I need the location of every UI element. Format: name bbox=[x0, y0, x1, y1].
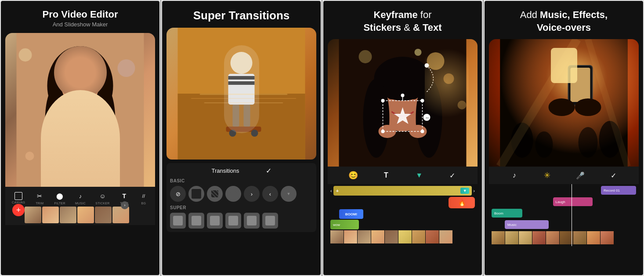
svg-point-1 bbox=[47, 46, 113, 125]
at-thumb-5 bbox=[546, 231, 559, 244]
sticker-emoji-tool[interactable]: 😊 bbox=[347, 169, 359, 182]
timeline-right-arrow[interactable]: › bbox=[473, 188, 475, 193]
trans-icon-1[interactable] bbox=[188, 186, 204, 202]
svg-point-61 bbox=[579, 127, 598, 158]
transitions-title: Transitions bbox=[211, 167, 239, 174]
thumb-4[interactable] bbox=[77, 207, 94, 223]
thumb-6[interactable] bbox=[112, 207, 129, 223]
svg-point-37 bbox=[363, 79, 390, 158]
super-icon-3[interactable] bbox=[207, 213, 223, 229]
timeline-row-main: ‹ + ▼ › bbox=[330, 186, 475, 196]
svg-text:↔: ↔ bbox=[425, 115, 430, 120]
svg-point-7 bbox=[45, 86, 67, 156]
super-transitions-row bbox=[170, 213, 313, 229]
bg-icon: // bbox=[139, 191, 148, 201]
at-thumb-4 bbox=[532, 231, 546, 244]
section-super-label: SUPER bbox=[170, 205, 313, 210]
svg-point-8 bbox=[94, 86, 116, 156]
audio-music-label: Music bbox=[507, 223, 517, 227]
thumb-3[interactable] bbox=[60, 207, 76, 223]
svg-point-29 bbox=[359, 50, 372, 63]
svg-point-49 bbox=[425, 63, 429, 68]
panel3-title-and: & bbox=[404, 22, 413, 33]
toolbar-sticker[interactable]: ☺ STICKER bbox=[95, 191, 109, 205]
panel3-phone-frame: ↔ 😊 T ▼ ✓ ‹ + ▼ › bbox=[328, 39, 478, 271]
super-icon-1[interactable] bbox=[170, 213, 186, 229]
audio-tracks-area: Record 01 Laugh Boom Music bbox=[489, 184, 639, 246]
svg-point-9 bbox=[19, 48, 32, 62]
sticker-label: STICKER bbox=[95, 202, 109, 205]
transitions-check[interactable]: ✓ bbox=[266, 167, 271, 175]
timeline-wow-bar: wow bbox=[330, 220, 359, 229]
add-button[interactable]: + bbox=[12, 204, 25, 216]
toolbar-bg[interactable]: // BG bbox=[139, 191, 148, 205]
music-mic-tool[interactable]: 🎤 bbox=[574, 169, 586, 182]
at-thumb-6 bbox=[560, 231, 573, 244]
thumb-2[interactable] bbox=[42, 207, 59, 223]
music-effects-tool[interactable]: ✳ bbox=[541, 169, 554, 182]
trans-icon-2[interactable] bbox=[207, 186, 223, 202]
separator-2 bbox=[322, 0, 322, 276]
sticker-check-tool[interactable]: ✓ bbox=[446, 169, 458, 182]
super-icon-6[interactable] bbox=[262, 213, 278, 229]
timeline-left-arrow[interactable]: ‹ bbox=[330, 188, 332, 193]
toolbar-filter[interactable]: ⬤ FILTER bbox=[54, 191, 65, 205]
music-check-tool[interactable]: ✓ bbox=[607, 169, 619, 182]
audio-laugh-bar: Laugh bbox=[553, 197, 593, 206]
thumb-1[interactable] bbox=[25, 207, 41, 223]
sticker-text-tool[interactable]: T bbox=[380, 169, 392, 182]
trim-label: TRIM bbox=[36, 202, 43, 205]
thumb-5[interactable] bbox=[95, 207, 112, 223]
panel4-phone-frame: ♪ ✳ 🎤 ✓ Record 01 Laugh Boom bbox=[489, 39, 639, 271]
audio-record-label: Record 01 bbox=[604, 189, 620, 192]
super-icon-4[interactable] bbox=[225, 213, 241, 229]
svg-point-27 bbox=[427, 52, 445, 70]
svg-rect-15 bbox=[228, 74, 255, 105]
panel1-woman-svg bbox=[5, 33, 155, 187]
tl-thumb-9 bbox=[439, 230, 452, 243]
trans-icon-3[interactable] bbox=[225, 186, 241, 202]
tl-thumb-7 bbox=[412, 230, 425, 243]
sticker-dropdown-tool[interactable]: ▼ bbox=[413, 169, 425, 182]
filter-icon: ⬤ bbox=[55, 191, 65, 201]
svg-point-31 bbox=[458, 101, 467, 109]
music-note-tool[interactable]: ♪ bbox=[508, 169, 521, 182]
panel3-title-block: Keyframe for Stickers & & Text bbox=[363, 9, 441, 34]
svg-point-2 bbox=[56, 75, 105, 132]
super-icon-5[interactable] bbox=[244, 213, 260, 229]
trans-icon-4[interactable]: › bbox=[244, 186, 260, 202]
at-thumb-3 bbox=[519, 231, 532, 244]
trans-icon-none[interactable]: ⊘ bbox=[170, 186, 186, 202]
toolbar-canvas[interactable]: CANVAS bbox=[12, 192, 25, 204]
svg-point-50 bbox=[423, 114, 431, 121]
audio-record-bar: Record 01 bbox=[601, 186, 636, 195]
super-icon-2[interactable] bbox=[188, 213, 204, 229]
tl-thumb-8 bbox=[426, 230, 439, 243]
basic-transitions-row: ⊘ › ‹ ▼ bbox=[170, 186, 313, 202]
at-thumb-7 bbox=[573, 231, 586, 244]
svg-rect-17 bbox=[228, 81, 255, 85]
trans-icon-5[interactable]: ‹ bbox=[262, 186, 278, 202]
timeline-thumbnail-strip bbox=[330, 230, 475, 243]
panel3-title-for: for bbox=[420, 9, 432, 20]
svg-point-11 bbox=[25, 152, 34, 160]
svg-rect-25 bbox=[204, 102, 283, 103]
trans-icon-more[interactable]: ▼ bbox=[281, 186, 297, 202]
timeline-boom-bar: BOOM! bbox=[339, 209, 363, 219]
toolbar-trim[interactable]: ✂ TRIM bbox=[35, 191, 44, 205]
svg-rect-23 bbox=[200, 94, 288, 95]
panel-music: Add Music, Effects, Voice-overs bbox=[485, 1, 643, 275]
at-thumb-1 bbox=[492, 231, 505, 244]
at-thumb-2 bbox=[505, 231, 518, 244]
svg-point-10 bbox=[118, 59, 135, 77]
tl-thumb-3 bbox=[358, 230, 371, 243]
tl-thumb-5 bbox=[385, 230, 398, 243]
svg-rect-0 bbox=[17, 33, 144, 187]
svg-point-30 bbox=[415, 49, 422, 56]
timeline-cursor bbox=[572, 184, 572, 246]
panel3-title-stickers: Stickers bbox=[363, 22, 401, 33]
svg-point-3 bbox=[67, 96, 74, 102]
panel1-title-line1: Pro Video Editor bbox=[43, 9, 118, 20]
toolbar-music[interactable]: ♪ MUSIC bbox=[75, 191, 86, 205]
svg-rect-16 bbox=[228, 76, 255, 80]
